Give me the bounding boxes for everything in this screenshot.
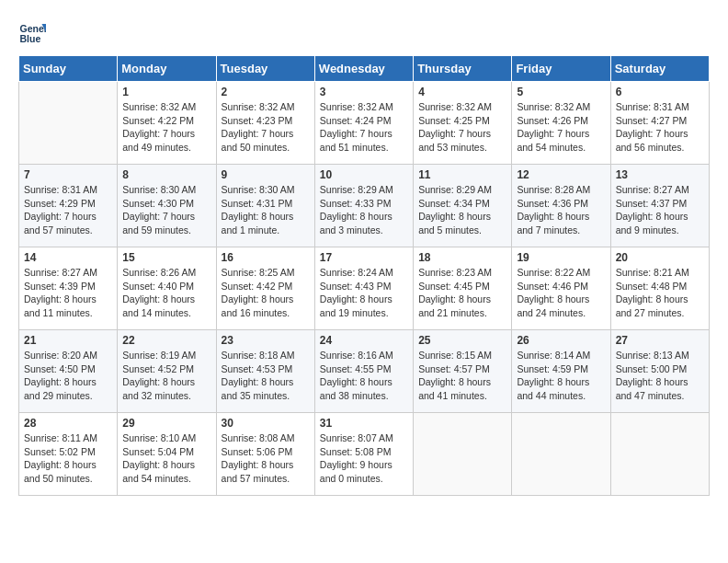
sunset-text: Sunset: 4:57 PM	[418, 362, 506, 376]
week-row-1: 1 Sunrise: 8:32 AM Sunset: 4:22 PM Dayli…	[19, 82, 710, 165]
daylight-text: Daylight: 8 hours and 29 minutes.	[24, 375, 112, 402]
sunrise-text: Sunrise: 8:20 AM	[24, 349, 112, 362]
day-info: Sunrise: 8:18 AM Sunset: 4:53 PM Dayligh…	[222, 349, 310, 403]
weekday-header-row: SundayMondayTuesdayWednesdayThursdayFrid…	[19, 56, 710, 82]
daylight-text: Daylight: 8 hours and 47 minutes.	[616, 375, 704, 402]
sunrise-text: Sunrise: 8:24 AM	[320, 266, 408, 280]
calendar-cell: 30 Sunrise: 8:08 AM Sunset: 5:06 PM Dayl…	[216, 413, 314, 496]
weekday-header-sunday: Sunday	[19, 56, 118, 82]
day-info: Sunrise: 8:25 AM Sunset: 4:42 PM Dayligh…	[222, 266, 310, 320]
logo: General Blue	[18, 18, 50, 46]
sunset-text: Sunset: 4:42 PM	[222, 280, 310, 293]
day-number: 26	[517, 334, 605, 347]
daylight-text: Daylight: 7 hours and 54 minutes.	[517, 127, 605, 154]
day-number: 29	[122, 417, 210, 430]
day-info: Sunrise: 8:08 AM Sunset: 5:06 PM Dayligh…	[222, 431, 310, 486]
calendar-cell: 7 Sunrise: 8:31 AM Sunset: 4:29 PM Dayli…	[19, 165, 118, 247]
day-info: Sunrise: 8:20 AM Sunset: 4:50 PM Dayligh…	[24, 349, 112, 403]
sunset-text: Sunset: 4:59 PM	[517, 362, 605, 376]
calendar-cell: 2 Sunrise: 8:32 AM Sunset: 4:23 PM Dayli…	[216, 82, 314, 165]
daylight-text: Daylight: 8 hours and 19 minutes.	[320, 293, 408, 319]
daylight-text: Daylight: 8 hours and 50 minutes.	[24, 458, 112, 485]
sunset-text: Sunset: 5:00 PM	[616, 362, 704, 376]
day-number: 21	[24, 334, 112, 347]
daylight-text: Daylight: 8 hours and 1 minute.	[222, 210, 310, 236]
calendar-cell: 5 Sunrise: 8:32 AM Sunset: 4:26 PM Dayli…	[512, 82, 610, 165]
day-info: Sunrise: 8:32 AM Sunset: 4:23 PM Dayligh…	[222, 100, 310, 155]
daylight-text: Daylight: 8 hours and 7 minutes.	[517, 210, 605, 236]
daylight-text: Daylight: 7 hours and 50 minutes.	[222, 127, 310, 154]
sunset-text: Sunset: 4:52 PM	[122, 362, 210, 376]
calendar-cell: 31 Sunrise: 8:07 AM Sunset: 5:08 PM Dayl…	[314, 413, 413, 496]
daylight-text: Daylight: 8 hours and 27 minutes.	[616, 293, 704, 319]
calendar-cell: 26 Sunrise: 8:14 AM Sunset: 4:59 PM Dayl…	[512, 330, 610, 413]
day-number: 6	[616, 86, 704, 98]
day-info: Sunrise: 8:07 AM Sunset: 5:08 PM Dayligh…	[320, 431, 408, 486]
day-info: Sunrise: 8:10 AM Sunset: 5:04 PM Dayligh…	[122, 431, 210, 486]
sunrise-text: Sunrise: 8:14 AM	[517, 349, 605, 362]
daylight-text: Daylight: 8 hours and 38 minutes.	[320, 375, 408, 402]
calendar-cell: 6 Sunrise: 8:31 AM Sunset: 4:27 PM Dayli…	[610, 82, 709, 165]
calendar-cell	[414, 413, 512, 496]
daylight-text: Daylight: 7 hours and 51 minutes.	[320, 127, 408, 154]
calendar-cell: 13 Sunrise: 8:27 AM Sunset: 4:37 PM Dayl…	[610, 165, 709, 247]
sunset-text: Sunset: 4:23 PM	[222, 114, 310, 128]
day-number: 15	[122, 251, 210, 264]
week-row-2: 7 Sunrise: 8:31 AM Sunset: 4:29 PM Dayli…	[19, 165, 710, 247]
sunset-text: Sunset: 5:06 PM	[222, 445, 310, 459]
day-number: 17	[320, 251, 408, 264]
day-number: 18	[418, 251, 506, 264]
daylight-text: Daylight: 8 hours and 14 minutes.	[122, 293, 210, 319]
week-row-3: 14 Sunrise: 8:27 AM Sunset: 4:39 PM Dayl…	[19, 247, 710, 330]
logo-icon: General Blue	[18, 18, 46, 46]
daylight-text: Daylight: 8 hours and 3 minutes.	[320, 210, 408, 236]
sunset-text: Sunset: 5:04 PM	[122, 445, 210, 459]
calendar-cell: 23 Sunrise: 8:18 AM Sunset: 4:53 PM Dayl…	[216, 330, 314, 413]
day-number: 9	[222, 168, 310, 181]
day-info: Sunrise: 8:27 AM Sunset: 4:37 PM Dayligh…	[616, 183, 704, 237]
day-info: Sunrise: 8:31 AM Sunset: 4:27 PM Dayligh…	[616, 100, 704, 155]
day-number: 20	[616, 251, 704, 264]
sunrise-text: Sunrise: 8:22 AM	[517, 266, 605, 280]
day-number: 7	[24, 168, 112, 181]
daylight-text: Daylight: 7 hours and 49 minutes.	[122, 127, 210, 154]
day-info: Sunrise: 8:16 AM Sunset: 4:55 PM Dayligh…	[320, 349, 408, 403]
calendar-cell: 15 Sunrise: 8:26 AM Sunset: 4:40 PM Dayl…	[118, 247, 216, 330]
sunrise-text: Sunrise: 8:30 AM	[122, 183, 210, 197]
daylight-text: Daylight: 8 hours and 24 minutes.	[517, 293, 605, 319]
sunset-text: Sunset: 4:55 PM	[320, 362, 408, 376]
day-info: Sunrise: 8:30 AM Sunset: 4:30 PM Dayligh…	[122, 183, 210, 237]
day-info: Sunrise: 8:14 AM Sunset: 4:59 PM Dayligh…	[517, 349, 605, 403]
daylight-text: Daylight: 8 hours and 54 minutes.	[122, 458, 210, 485]
day-info: Sunrise: 8:32 AM Sunset: 4:24 PM Dayligh…	[320, 100, 408, 155]
day-number: 14	[24, 251, 112, 264]
daylight-text: Daylight: 7 hours and 56 minutes.	[616, 127, 704, 154]
weekday-header-saturday: Saturday	[610, 56, 709, 82]
calendar-cell	[19, 82, 118, 165]
day-number: 12	[517, 168, 605, 181]
sunset-text: Sunset: 4:22 PM	[122, 114, 210, 128]
daylight-text: Daylight: 8 hours and 11 minutes.	[24, 293, 112, 319]
sunset-text: Sunset: 4:37 PM	[616, 197, 704, 211]
daylight-text: Daylight: 8 hours and 44 minutes.	[517, 375, 605, 402]
sunrise-text: Sunrise: 8:31 AM	[616, 100, 704, 114]
calendar-cell: 3 Sunrise: 8:32 AM Sunset: 4:24 PM Dayli…	[314, 82, 413, 165]
sunrise-text: Sunrise: 8:15 AM	[418, 349, 506, 362]
weekday-header-thursday: Thursday	[414, 56, 512, 82]
sunrise-text: Sunrise: 8:32 AM	[122, 100, 210, 114]
sunset-text: Sunset: 4:25 PM	[418, 114, 506, 128]
sunset-text: Sunset: 4:50 PM	[24, 362, 112, 376]
weekday-header-wednesday: Wednesday	[314, 56, 413, 82]
day-number: 13	[616, 168, 704, 181]
day-info: Sunrise: 8:32 AM Sunset: 4:26 PM Dayligh…	[517, 100, 605, 155]
day-number: 11	[418, 168, 506, 181]
sunset-text: Sunset: 4:34 PM	[418, 197, 506, 211]
calendar-cell: 8 Sunrise: 8:30 AM Sunset: 4:30 PM Dayli…	[118, 165, 216, 247]
calendar-table: SundayMondayTuesdayWednesdayThursdayFrid…	[18, 55, 710, 496]
day-info: Sunrise: 8:30 AM Sunset: 4:31 PM Dayligh…	[222, 183, 310, 237]
sunset-text: Sunset: 4:36 PM	[517, 197, 605, 211]
week-row-4: 21 Sunrise: 8:20 AM Sunset: 4:50 PM Dayl…	[19, 330, 710, 413]
day-number: 31	[320, 417, 408, 430]
daylight-text: Daylight: 8 hours and 41 minutes.	[418, 375, 506, 402]
calendar-cell: 4 Sunrise: 8:32 AM Sunset: 4:25 PM Dayli…	[414, 82, 512, 165]
